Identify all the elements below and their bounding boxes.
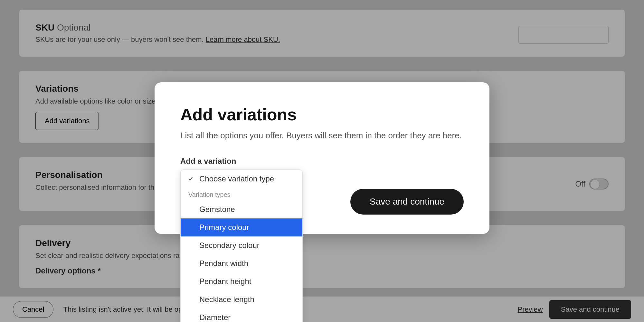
dropdown-item-choose[interactable]: ✓ Choose variation type — [181, 170, 302, 188]
dropdown-item-secondary-colour[interactable]: Secondary colour — [181, 236, 302, 254]
dropdown-item-pendant-height[interactable]: Pendant height — [181, 272, 302, 290]
modal-save-continue-button[interactable]: Save and continue — [350, 189, 464, 215]
dropdown-group-label: Variation types — [181, 188, 302, 200]
variation-type-dropdown[interactable]: ✓ Choose variation type Variation types … — [180, 170, 303, 322]
dropdown-item-necklace-length[interactable]: Necklace length — [181, 290, 302, 308]
dropdown-item-primary-colour[interactable]: Primary colour — [181, 218, 302, 236]
checkmark-icon: ✓ — [188, 175, 196, 183]
dropdown-item-pendant-width[interactable]: Pendant width — [181, 254, 302, 272]
add-variation-label: Add a variation — [180, 157, 464, 166]
add-variations-modal: Add variations List all the options you … — [155, 82, 489, 234]
modal-description: List all the options you offer. Buyers w… — [180, 131, 464, 141]
dropdown-item-diameter[interactable]: Diameter — [181, 308, 302, 322]
dropdown-item-gemstone[interactable]: Gemstone — [181, 200, 302, 218]
modal-title: Add variations — [180, 105, 464, 124]
